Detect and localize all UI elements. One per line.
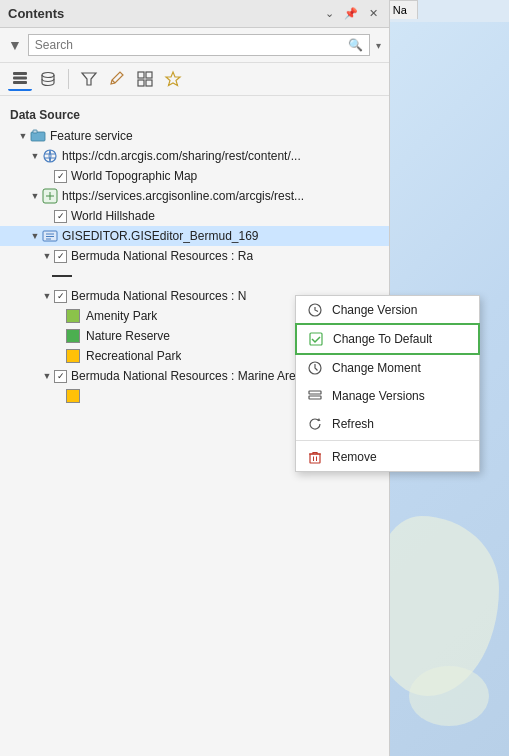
svg-marker-4 <box>82 73 96 85</box>
toolbar-database-btn[interactable] <box>36 67 60 91</box>
svg-rect-23 <box>309 391 321 394</box>
change-moment-icon <box>306 359 324 377</box>
giseditor-label: GISEDITOR.GISEditor_Bermud_169 <box>62 229 259 243</box>
giseditor-icon <box>42 228 58 244</box>
marine-swatch <box>66 389 80 403</box>
svg-rect-6 <box>146 72 152 78</box>
recreational-park-swatch <box>66 349 80 363</box>
svg-rect-25 <box>310 454 320 463</box>
toolbar-pencil-btn[interactable] <box>105 67 129 91</box>
context-remove[interactable]: Remove <box>296 443 479 471</box>
svg-rect-9 <box>31 132 45 141</box>
bermuda-nat-ra-label: Bermuda National Resources : Ra <box>71 249 253 263</box>
bermuda-nat-n-label: Bermuda National Resources : N <box>71 289 246 303</box>
change-version-label: Change Version <box>332 303 417 317</box>
remove-icon <box>306 448 324 466</box>
search-dropdown-arrow[interactable]: ▾ <box>376 40 381 51</box>
panel-title: Contents <box>8 6 64 21</box>
pencil-icon <box>108 70 126 88</box>
svg-rect-24 <box>309 396 321 399</box>
data-source-header: Data Source <box>0 104 389 126</box>
svg-rect-8 <box>146 80 152 86</box>
star-icon <box>164 70 182 88</box>
context-manage-versions[interactable]: Manage Versions <box>296 382 479 410</box>
filter-icon <box>80 70 98 88</box>
manage-versions-label: Manage Versions <box>332 389 425 403</box>
context-change-version[interactable]: Change Version <box>296 296 479 324</box>
search-input[interactable] <box>35 38 344 52</box>
toolbar-sep-1 <box>68 69 69 89</box>
feature-service-label: Feature service <box>50 129 133 143</box>
recreational-park-label: Recreational Park <box>86 349 181 363</box>
manage-versions-icon <box>306 387 324 405</box>
feature-service-item[interactable]: ▼ Feature service <box>0 126 389 146</box>
dash-line <box>52 275 72 277</box>
url1-item[interactable]: ▼ https://cdn.arcgis.com/sharing/rest/co… <box>0 146 389 166</box>
world-hillshade-label: World Hillshade <box>71 209 155 223</box>
remove-label: Remove <box>332 450 377 464</box>
change-moment-label: Change Moment <box>332 361 421 375</box>
bermuda-nat-ra-checkbox[interactable] <box>54 250 67 263</box>
bermuda-nat-n-checkbox[interactable] <box>54 290 67 303</box>
nature-reserve-label: Nature Reserve <box>86 329 170 343</box>
layers-icon <box>11 69 29 87</box>
svg-rect-5 <box>138 72 144 78</box>
svg-rect-2 <box>13 81 27 84</box>
context-change-moment[interactable]: Change Moment <box>296 354 479 382</box>
island-shape2 <box>409 666 489 726</box>
close-button[interactable]: ✕ <box>365 6 381 22</box>
change-version-icon <box>306 301 324 319</box>
title-controls: ⌄ 📌 ✕ <box>321 6 381 22</box>
expand-arrow: ▼ <box>28 149 42 163</box>
toolbar-star-btn[interactable] <box>161 67 185 91</box>
context-refresh[interactable]: Refresh <box>296 410 479 438</box>
amenity-park-label: Amenity Park <box>86 309 157 323</box>
url2-icon <box>42 188 58 204</box>
refresh-label: Refresh <box>332 417 374 431</box>
toolbar <box>0 63 389 96</box>
expand-arrow: ▼ <box>28 189 42 203</box>
bermuda-marine-checkbox[interactable] <box>54 370 67 383</box>
expand-arrow: ▼ <box>40 369 54 383</box>
search-input-wrap[interactable]: 🔍 <box>28 34 370 56</box>
search-icon: 🔍 <box>348 38 363 52</box>
toolbar-filter-btn[interactable] <box>77 67 101 91</box>
toolbar-grid-btn[interactable] <box>133 67 157 91</box>
context-change-to-default[interactable]: Change To Default <box>295 323 480 355</box>
url2-item[interactable]: ▼ https://services.arcgisonline.com/arcg… <box>0 186 389 206</box>
url1-icon <box>42 148 58 164</box>
bermuda-nat-ra-item[interactable]: ▼ Bermuda National Resources : Ra <box>0 246 389 266</box>
title-bar: Contents ⌄ 📌 ✕ <box>0 0 389 28</box>
context-menu: Change Version Change To Default Change … <box>295 295 480 472</box>
expand-arrow: ▼ <box>16 129 30 143</box>
filter-icon: ▼ <box>8 37 22 53</box>
svg-rect-0 <box>13 72 27 75</box>
pin-button[interactable]: 📌 <box>343 6 359 22</box>
context-menu-separator <box>296 440 479 441</box>
search-bar: ▼ 🔍 ▾ <box>0 28 389 63</box>
world-topo-item[interactable]: ▶ World Topographic Map <box>0 166 389 186</box>
world-hillshade-item[interactable]: ▶ World Hillshade <box>0 206 389 226</box>
database-icon <box>39 70 57 88</box>
change-to-default-icon <box>307 330 325 348</box>
svg-rect-10 <box>33 130 37 133</box>
change-to-default-label: Change To Default <box>333 332 432 346</box>
nature-reserve-swatch <box>66 329 80 343</box>
dash-item <box>0 266 389 286</box>
expand-arrow: ▼ <box>40 289 54 303</box>
feature-service-icon <box>30 128 46 144</box>
svg-rect-7 <box>138 80 144 86</box>
collapse-button[interactable]: ⌄ <box>321 6 337 22</box>
giseditor-item[interactable]: ▼ GISEDITOR.GISEditor_Bermud_169 <box>0 226 389 246</box>
svg-rect-21 <box>310 333 322 345</box>
expand-arrow: ▼ <box>28 229 42 243</box>
url1-label: https://cdn.arcgis.com/sharing/rest/cont… <box>62 149 301 163</box>
world-topo-checkbox[interactable] <box>54 170 67 183</box>
toolbar-layers-btn[interactable] <box>8 67 32 91</box>
world-hillshade-checkbox[interactable] <box>54 210 67 223</box>
svg-point-3 <box>42 73 54 78</box>
amenity-park-swatch <box>66 309 80 323</box>
expand-arrow: ▼ <box>40 249 54 263</box>
bermuda-marine-label: Bermuda National Resources : Marine Area… <box>71 369 308 383</box>
grid-icon <box>136 70 154 88</box>
